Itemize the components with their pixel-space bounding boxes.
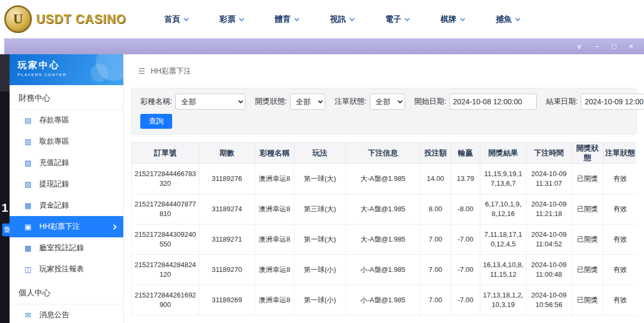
cell-bet-info: 大-A盤@1.985 xyxy=(346,194,420,225)
window-collapse-icon[interactable]: ∨ xyxy=(577,43,582,50)
sidebar-item-withdrawal-records[interactable]: ▧ 提現記錄 xyxy=(10,173,123,195)
chevron-down-icon xyxy=(294,16,300,21)
sidebar-item-player-bet-report[interactable]: ◫ 玩家投注報表 xyxy=(10,259,123,280)
cell-bet-time: 2024-10-09 10:56:56 xyxy=(527,285,572,316)
nav-label: 棋牌 xyxy=(440,14,456,24)
table-row: 215217284446678332031189276澳洲幸运8第一球(大)大-… xyxy=(132,164,637,194)
end-date-input[interactable] xyxy=(581,94,644,110)
nav-item-slots[interactable]: 電子 xyxy=(369,14,425,24)
cell-order-status: 有效 xyxy=(604,164,637,194)
sidebar-item-label: 廳室投註記錄 xyxy=(39,243,84,253)
table-header-row: 訂單號期數彩種名稱玩法下注信息投注額輸贏開獎結果下注時間開獎狀態注單狀態 xyxy=(132,143,637,164)
cell-period: 31189274 xyxy=(199,194,255,225)
sidebar: 玩家中心 PLAYERS CENTER 財務中心 ▤ 存款專區 ▥ 取款專區 ▨… xyxy=(10,54,124,323)
sidebar-item-label: 玩家投注報表 xyxy=(39,264,84,274)
cell-win-loss: -7.00 xyxy=(451,255,480,285)
table-row: 215217284426169290031189269澳洲幸运8第一球(小)小-… xyxy=(132,285,637,316)
cell-lottery-name: 澳洲幸运8 xyxy=(255,255,294,285)
cell-order-status: 有效 xyxy=(604,225,637,255)
window-maximize-icon[interactable]: □ xyxy=(612,43,616,50)
chevron-down-icon xyxy=(405,16,410,21)
logo-text: USDT CASINO xyxy=(36,12,126,27)
filter-label: 開獎狀態: xyxy=(255,97,287,106)
cell-bet-amount: 7.00 xyxy=(420,285,451,316)
nav-label: 彩票 xyxy=(219,14,235,24)
nav-item-home[interactable]: 首頁 xyxy=(148,14,204,24)
background-page-strip: 1 盤 xyxy=(0,54,10,323)
cell-win-loss: -7.00 xyxy=(451,225,480,255)
sidebar-section-personal: 個人中心 xyxy=(10,280,123,304)
cell-order-no: 2152172844261692900 xyxy=(132,285,199,316)
col-header-bet-amount: 投注額 xyxy=(420,143,451,164)
col-header-win-loss: 輸贏 xyxy=(451,143,480,164)
withdrawal-record-icon: ▧ xyxy=(23,180,32,188)
nav-label: 捕魚 xyxy=(496,14,512,24)
col-header-lottery-name: 彩種名稱 xyxy=(255,143,294,164)
section-label: 個人中心 xyxy=(19,288,50,299)
nav-item-live[interactable]: 視訊 xyxy=(314,14,369,24)
filter-label: 注單狀態: xyxy=(335,97,367,106)
main-nav: 首頁 彩票 體育 視訊 電子 棋牌 捕魚 xyxy=(148,14,535,24)
nav-label: 視訊 xyxy=(330,14,346,24)
chevron-down-icon xyxy=(184,16,189,21)
sidebar-item-fund-records[interactable]: ▦ 資金記錄 xyxy=(10,195,123,216)
sidebar-subtitle: PLAYERS CENTER xyxy=(18,72,123,77)
nav-item-lottery[interactable]: 彩票 xyxy=(204,14,259,24)
breadcrumb: ☰ HH彩票下注 xyxy=(124,54,644,88)
filter-panel: 彩種名稱: 全部 開獎狀態: 全部 注單狀態: 全部 xyxy=(131,88,637,135)
chevron-right-icon xyxy=(112,224,117,229)
lottery-bet-icon: ▣ xyxy=(23,222,32,231)
filter-start-date: 開始日期: xyxy=(414,94,537,110)
sidebar-item-hh-lottery-bets[interactable]: ▣ HH彩票下注 xyxy=(10,216,123,237)
cell-order-no: 2152172844309240550 xyxy=(132,225,199,255)
window-minimize-icon[interactable]: − xyxy=(595,43,599,50)
order-status-select[interactable]: 全部 xyxy=(370,94,405,110)
col-header-period: 期數 xyxy=(199,143,255,164)
filter-end-date: 結束日期: xyxy=(546,94,644,110)
sidebar-item-recharge-records[interactable]: ▨ 充值記錄 xyxy=(10,152,123,173)
sidebar-header: 玩家中心 PLAYERS CENTER xyxy=(10,54,123,85)
site-logo[interactable]: U USDT CASINO xyxy=(0,5,126,33)
cell-bet-info: 小-A盤@1.985 xyxy=(346,255,420,285)
window-titlebar[interactable]: ∨ − □ × xyxy=(4,38,644,54)
nav-item-fishing[interactable]: 捕魚 xyxy=(480,14,535,24)
sidebar-item-deposit[interactable]: ▤ 存款專區 xyxy=(10,110,123,131)
col-header-bet-info: 下注信息 xyxy=(346,143,420,164)
start-date-input[interactable] xyxy=(450,94,537,110)
sidebar-item-hall-bet-records[interactable]: ▩ 廳室投註記錄 xyxy=(10,237,123,259)
draw-status-select[interactable]: 全部 xyxy=(290,94,325,110)
cell-bet-amount: 7.00 xyxy=(420,255,451,285)
sidebar-item-label: 消息公告 xyxy=(39,310,69,320)
menu-toggle-icon[interactable]: ☰ xyxy=(138,67,145,76)
sidebar-item-label: 資金記錄 xyxy=(39,201,69,210)
filter-lottery-name: 彩種名稱: 全部 xyxy=(140,94,245,110)
sidebar-title: 玩家中心 xyxy=(18,59,123,71)
nav-item-sports[interactable]: 體育 xyxy=(259,14,314,24)
window-close-icon[interactable]: × xyxy=(629,43,633,50)
filter-label: 彩種名稱: xyxy=(140,97,172,106)
nav-item-cards[interactable]: 棋牌 xyxy=(425,14,480,24)
page-title: HH彩票下注 xyxy=(150,67,191,76)
cell-draw-result: 6,17,10,1,9,8,12,16 xyxy=(480,194,527,225)
cell-bet-info: 大-A盤@1.985 xyxy=(346,164,420,194)
col-header-play-type: 玩法 xyxy=(294,143,346,164)
main-panel: ☰ HH彩票下注 彩種名稱: 全部 開獎狀態: 全部 注單狀態: xyxy=(124,54,644,323)
sidebar-item-withdraw[interactable]: ▥ 取款專區 xyxy=(10,131,123,152)
hall-bet-record-icon: ▩ xyxy=(23,244,32,252)
filter-draw-status: 開獎狀態: 全部 xyxy=(255,94,325,110)
sidebar-item-announcements[interactable]: ✉ 消息公告 xyxy=(10,304,123,323)
sidebar-item-label: 提現記錄 xyxy=(39,179,69,189)
nav-label: 首頁 xyxy=(164,14,180,24)
filter-label: 結束日期: xyxy=(546,97,578,106)
players-center-window: 玩家中心 PLAYERS CENTER 財務中心 ▤ 存款專區 ▥ 取款專區 ▨… xyxy=(10,54,644,323)
cell-draw-result: 7,11,18,17,10,12,4,5 xyxy=(480,225,527,255)
section-label: 財務中心 xyxy=(19,93,50,104)
search-button[interactable]: 查詢 xyxy=(140,114,172,129)
lottery-name-select[interactable]: 全部 xyxy=(175,94,245,110)
sidebar-item-label: HH彩票下注 xyxy=(39,222,80,231)
chevron-down-icon xyxy=(515,16,521,21)
cell-bet-time: 2024-10-09 11:04:52 xyxy=(527,225,572,255)
cell-draw-status: 已開獎 xyxy=(572,255,604,285)
cell-draw-result: 16,13,4,10,8,11,15,12 xyxy=(480,255,527,285)
cell-period: 31189269 xyxy=(199,285,255,316)
